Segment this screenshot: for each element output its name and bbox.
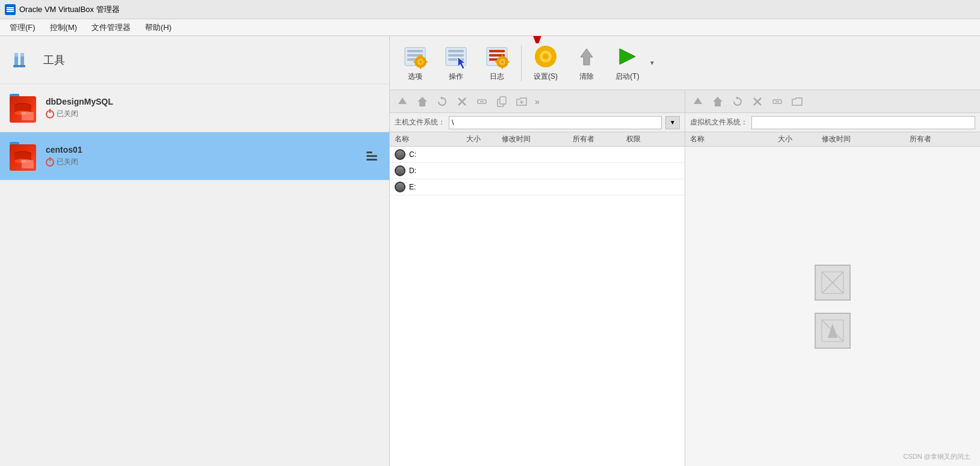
svg-point-40 xyxy=(501,61,504,64)
vm-disk-image-centos xyxy=(10,144,36,171)
svg-marker-62 xyxy=(440,96,442,100)
svg-marker-60 xyxy=(398,97,407,104)
toolbar-btn-log[interactable]: 日志 xyxy=(478,40,516,85)
svg-rect-31 xyxy=(448,54,464,57)
main-toolbar: 选项 操作 xyxy=(390,36,980,90)
right-new-folder[interactable] xyxy=(788,93,806,110)
toolbar-btn-settings[interactable]: 设置(S) xyxy=(526,40,565,85)
left-path-dropdown[interactable]: ▼ xyxy=(665,116,680,129)
vm-info-centos01: centos01 已关闭 xyxy=(46,145,357,167)
clear-icon xyxy=(574,44,599,69)
menu-filemanager[interactable]: 文件管理器 xyxy=(85,20,137,35)
svg-point-24 xyxy=(419,61,422,64)
left-path-label: 主机文件系统： xyxy=(395,117,445,127)
vm-avatar-dbDesignMySQL: 64 xyxy=(10,94,39,123)
menu-help[interactable]: 帮助(H) xyxy=(139,20,177,35)
toolbar-separator1 xyxy=(521,45,522,81)
right-rename[interactable] xyxy=(768,93,786,110)
tools-label: 工具 xyxy=(43,53,65,67)
start-icon xyxy=(615,44,640,69)
table-row[interactable]: E: xyxy=(390,179,685,195)
log-icon xyxy=(484,44,510,69)
right-nav-home[interactable] xyxy=(709,93,727,110)
svg-rect-68 xyxy=(500,97,506,104)
svg-point-17 xyxy=(20,160,26,162)
left-col-owner: 所有者 xyxy=(573,134,626,144)
left-nav-home[interactable] xyxy=(413,93,431,110)
svg-point-13 xyxy=(20,112,26,114)
operations-icon xyxy=(443,44,469,69)
svg-rect-51 xyxy=(553,56,556,57)
vm-item-centos01[interactable]: 64 centos01 已关闭 xyxy=(0,132,389,180)
left-path-input[interactable] xyxy=(449,116,662,129)
toolbar-btn-options[interactable]: 选项 xyxy=(396,40,434,85)
toolbar-label-start: 启动(T) xyxy=(615,72,639,82)
table-row[interactable]: C: xyxy=(390,147,685,163)
svg-marker-71 xyxy=(694,97,702,104)
vm-status-dbDesignMySQL: 已关闭 xyxy=(46,109,380,119)
power-icon-centos01 xyxy=(46,158,54,167)
tools-section: 工具 xyxy=(0,36,389,84)
vm-item-dbDesignMySQL[interactable]: 64 dbDesignMySQL 已关闭 xyxy=(0,84,389,132)
watermark: CSDN @拿钢叉的闰土 xyxy=(904,452,970,461)
svg-rect-41 xyxy=(502,55,503,57)
svg-marker-59 xyxy=(620,49,635,64)
vm-menu-line3 xyxy=(366,159,377,161)
menu-control[interactable]: 控制(M) xyxy=(44,20,84,35)
vm-menu-icon-centos01[interactable] xyxy=(364,149,380,163)
table-row[interactable]: D: xyxy=(390,163,685,179)
right-table-header: 名称 大小 修改时间 所有者 xyxy=(685,132,980,147)
svg-rect-28 xyxy=(425,61,428,63)
menu-bar: 管理(F) 控制(M) 文件管理器 帮助(H) xyxy=(0,19,980,36)
left-col-size: 大小 xyxy=(466,134,502,144)
placeholder-icon-1 xyxy=(815,265,851,301)
right-delete[interactable] xyxy=(748,93,766,110)
left-new-folder[interactable] xyxy=(513,93,531,110)
svg-marker-61 xyxy=(418,97,427,106)
vm-status-centos01: 已关闭 xyxy=(46,157,357,167)
toolbar-btn-clear[interactable]: 清除 xyxy=(567,40,606,85)
left-copy[interactable] xyxy=(493,93,511,110)
disk-icon-d xyxy=(395,165,405,176)
file-area: » 主机文件系统： ▼ 名称 大小 修改时间 所有者 权限 xyxy=(390,90,980,466)
svg-rect-48 xyxy=(545,46,546,49)
left-rename[interactable] xyxy=(473,93,491,110)
disk-icon-e xyxy=(395,182,405,192)
svg-rect-44 xyxy=(507,61,510,63)
svg-rect-19 xyxy=(407,50,423,52)
right-path-label: 虚拟机文件系统： xyxy=(690,117,748,127)
toolbar-dropdown[interactable]: ▼ xyxy=(649,60,659,66)
toolbar-label-options: 选项 xyxy=(408,72,422,82)
svg-rect-25 xyxy=(420,55,421,57)
left-delete[interactable] xyxy=(453,93,471,110)
right-path-input[interactable] xyxy=(751,116,975,129)
tools-icon xyxy=(10,47,36,73)
toolbar-btn-start[interactable]: 启动(T) xyxy=(608,40,647,85)
sidebar: 工具 64 dbDesignMySQL 已关闭 xyxy=(0,36,390,466)
svg-rect-26 xyxy=(420,67,421,69)
power-icon-dbDesignMySQL xyxy=(46,110,54,118)
left-table-body: C: D: xyxy=(390,147,685,466)
svg-rect-3 xyxy=(7,11,14,12)
svg-rect-50 xyxy=(535,56,538,57)
left-nav-up[interactable] xyxy=(393,93,411,110)
left-more[interactable]: » xyxy=(532,97,542,106)
left-nav-refresh[interactable] xyxy=(433,93,451,110)
toolbar-label-clear: 清除 xyxy=(579,72,594,82)
svg-marker-58 xyxy=(581,49,593,65)
right-table-body xyxy=(685,147,980,466)
right-path-bar: 虚拟机文件系统： xyxy=(685,113,980,132)
left-path-bar: 主机文件系统： ▼ xyxy=(390,113,685,132)
right-col-size: 大小 xyxy=(778,134,822,144)
right-file-toolbar xyxy=(685,90,980,113)
toolbar-label-settings: 设置(S) xyxy=(534,72,558,82)
menu-manage[interactable]: 管理(F) xyxy=(4,20,42,35)
right-col-owner: 所有者 xyxy=(910,134,975,144)
toolbar-btn-operations[interactable]: 操作 xyxy=(437,40,475,85)
right-nav-up[interactable] xyxy=(689,93,707,110)
right-nav-refresh[interactable] xyxy=(729,93,747,110)
vm-info-dbDesignMySQL: dbDesignMySQL 已关闭 xyxy=(46,97,380,119)
vm-menu-line1 xyxy=(366,152,372,153)
right-col-modified: 修改时间 xyxy=(822,134,910,144)
right-file-panel: 虚拟机文件系统： 名称 大小 修改时间 所有者 xyxy=(685,90,980,466)
